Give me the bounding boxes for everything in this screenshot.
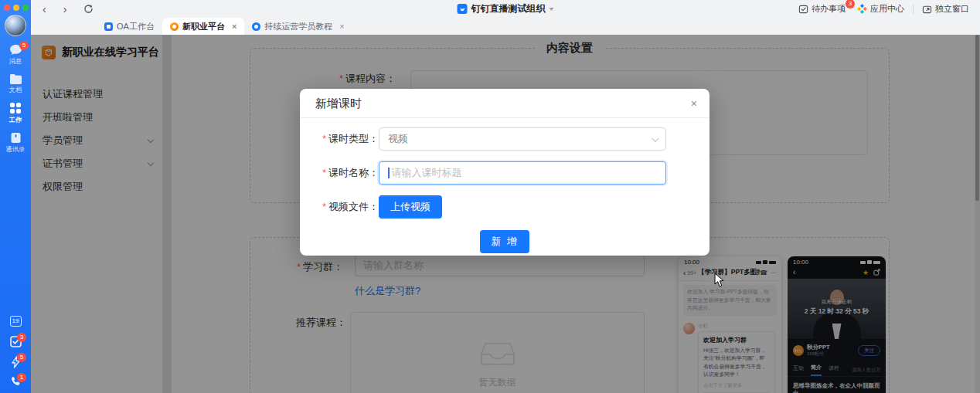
back-button[interactable]: ‹	[43, 4, 46, 15]
org-switcher[interactable]: 钉钉直播测试组织	[458, 0, 554, 18]
maximize-window-button[interactable]	[22, 5, 29, 11]
avatar[interactable]	[5, 15, 26, 36]
window-controls	[0, 0, 31, 11]
rail-item-todo[interactable]: 3	[0, 336, 31, 355]
minimize-window-button[interactable]	[13, 5, 19, 11]
flash-badge: 5	[17, 353, 26, 362]
upload-video-button[interactable]: 上传视频	[379, 195, 442, 219]
text-caret	[388, 168, 390, 178]
folder-icon	[9, 73, 22, 84]
add-lesson-modal: 新增课时 × *课时类型： 视频 *课时名称： 请输入课时标题	[300, 89, 709, 256]
submit-button[interactable]: 新 增	[480, 230, 529, 253]
close-tab-icon[interactable]: ×	[232, 22, 236, 31]
tab-oa-workbench[interactable]: OA工作台	[97, 18, 162, 35]
work-grid-icon	[9, 102, 22, 114]
messages-badge: 5	[19, 41, 29, 50]
platform-tab-icon	[170, 22, 179, 31]
todo-badge: 3	[17, 333, 26, 342]
app-center-icon	[857, 4, 867, 14]
lesson-name-input[interactable]: 请输入课时标题	[379, 161, 666, 185]
todo-button[interactable]: 待办事项 3	[795, 3, 849, 15]
forward-button[interactable]: ›	[63, 4, 67, 15]
divider	[913, 5, 914, 14]
standalone-window-button[interactable]: 独立窗口	[919, 3, 972, 15]
rail-item-docs[interactable]: 文档	[0, 73, 31, 95]
close-tab-icon[interactable]: ×	[339, 22, 344, 31]
rail-item-flash[interactable]: 5	[0, 356, 31, 375]
calendar-icon: 19	[10, 316, 22, 327]
dingtalk-window: 5 消息 文档 工作 通讯录 19 3 5	[0, 0, 980, 393]
webview: 新职业在线学习平台 认证课程管理 开班啦管理 学员管理 证书管理 权限管理 内容…	[31, 35, 980, 393]
lesson-type-label: *课时类型：	[300, 132, 379, 146]
chevron-down-icon	[550, 8, 554, 11]
refresh-button[interactable]	[83, 4, 94, 14]
tab-bar: OA工作台 新职业平台 × 持续运营学员教程 ×	[31, 18, 980, 35]
dingtalk-logo-icon	[458, 4, 468, 14]
app-center-button[interactable]: 应用中心	[854, 3, 907, 15]
rail-item-phone[interactable]: 1	[0, 376, 31, 393]
mouse-cursor	[714, 273, 725, 288]
tutorial-tab-icon	[252, 22, 260, 31]
lesson-name-label: *课时名称：	[300, 166, 379, 180]
lesson-type-select[interactable]: 视频	[379, 127, 666, 151]
video-file-label: *视频文件：	[300, 200, 379, 214]
close-window-button[interactable]	[4, 5, 10, 11]
modal-title: 新增课时	[315, 97, 362, 110]
phone-badge: 1	[17, 373, 26, 382]
oa-tab-icon	[104, 22, 113, 31]
rail-bottom-tools: 19 3 5 1	[0, 316, 31, 393]
rail-item-contacts[interactable]: 通讯录	[0, 132, 31, 154]
tab-student-tutorial[interactable]: 持续运营学员教程 ×	[244, 18, 352, 35]
contacts-book-icon	[10, 132, 22, 144]
rail-item-work[interactable]: 工作	[0, 102, 31, 125]
app-rail: 5 消息 文档 工作 通讯录 19 3 5	[0, 0, 31, 393]
chevron-down-icon	[652, 134, 659, 142]
org-name: 钉钉直播测试组织	[471, 2, 546, 15]
rail-item-messages[interactable]: 5 消息	[0, 44, 31, 66]
standalone-window-icon	[922, 5, 932, 14]
rail-item-calendar[interactable]: 19	[0, 316, 31, 335]
close-icon[interactable]: ×	[691, 89, 697, 118]
tab-new-career-platform[interactable]: 新职业平台 ×	[162, 18, 244, 35]
todo-icon	[798, 4, 808, 14]
top-bar: ‹ › 钉钉直播测试组织 待办事项 3 应用中心 独立窗口	[31, 0, 980, 18]
